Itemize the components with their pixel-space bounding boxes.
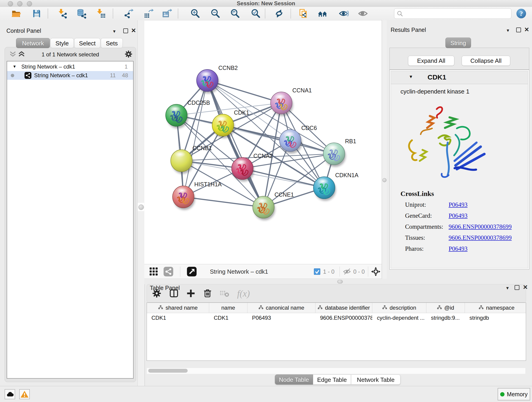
network-node-HIST1H1A[interactable] (172, 186, 195, 210)
crosslink-row: GeneCard:P06493 (405, 212, 524, 219)
splitter-grip[interactable] (382, 178, 386, 182)
column-header-shared-name[interactable]: shared name (147, 303, 209, 313)
network-node-CCNB2[interactable] (196, 70, 219, 94)
collapse-all-button[interactable]: Collapse All (462, 56, 510, 66)
network-node-CDKN1A[interactable] (313, 177, 336, 201)
column-header--id[interactable]: @id (426, 303, 465, 313)
table-cell[interactable]: stringdb (465, 313, 526, 323)
panel-float-icon[interactable] (515, 285, 519, 290)
tab-node-table[interactable]: Node Table (275, 375, 313, 385)
column-header-name[interactable]: name (209, 303, 247, 313)
left-splitter[interactable] (138, 20, 145, 386)
tab-sets[interactable]: Sets (101, 38, 123, 48)
splitter-grip[interactable] (138, 204, 144, 210)
clone-network-button[interactable] (298, 8, 308, 19)
table-cell[interactable]: CDK1 (209, 313, 247, 323)
crosslink-link[interactable]: 9606.ENSP00000378699 (449, 234, 512, 241)
import-network-from-file-button[interactable] (57, 8, 67, 19)
hide-selected-button[interactable] (339, 8, 349, 19)
memory-button[interactable]: Memory (498, 388, 530, 400)
cloud-button[interactable] (5, 389, 15, 399)
crosslink-link[interactable]: P06493 (449, 212, 468, 219)
tree-expand-icon[interactable]: ▼ (13, 62, 17, 71)
selected-checkbox-icon[interactable] (314, 268, 320, 275)
network-view-icon[interactable] (164, 267, 173, 276)
tab-string[interactable]: String (445, 38, 471, 48)
network-edge-ccnb2-hist1h1a[interactable] (183, 80, 207, 197)
search-input[interactable] (404, 9, 510, 18)
save-session-button[interactable] (32, 8, 42, 19)
network-view-title: String Network – cdk1 (210, 264, 268, 279)
import-table-from-file-button[interactable] (96, 8, 106, 19)
table-cell[interactable]: P06493 (247, 313, 316, 323)
zoom-out-button[interactable] (210, 8, 220, 19)
open-session-button[interactable] (11, 8, 21, 19)
crosslink-link[interactable]: 9606.ENSP00000378699 (449, 223, 512, 230)
delete-column-icon[interactable] (203, 288, 212, 298)
network-edge-hist1h1a-ccne1[interactable] (183, 197, 264, 207)
show-all-button[interactable] (358, 8, 368, 19)
table-cell[interactable]: cyclin-dependent ... (372, 313, 426, 323)
zoom-in-button[interactable] (190, 8, 200, 19)
network-canvas[interactable]: CCNB2CCNA1CDC25BCDK1CDC6RB1CCNB1CCNA2CDK… (144, 20, 382, 264)
column-header-description[interactable]: description (372, 303, 426, 313)
panel-menu-icon[interactable]: ▼ (505, 286, 510, 291)
table-row[interactable]: CDK1CDK1P064939606.ENSP00000378699cyclin… (147, 313, 526, 323)
network-collection-row[interactable]: ▼ String Network – cdk1 1 (7, 62, 133, 71)
tab-network[interactable]: Network (16, 38, 50, 48)
network-node-CCNA2[interactable] (232, 157, 254, 182)
column-label: description (389, 305, 416, 311)
network-node-CDC25B[interactable] (166, 104, 188, 128)
tab-style[interactable]: Style (51, 38, 74, 48)
network-node-CCNA1[interactable] (271, 92, 293, 116)
zoom-fit-button[interactable] (230, 8, 240, 19)
expand-all-button[interactable]: Expand All (408, 56, 454, 66)
panel-close-icon[interactable]: ✕ (131, 28, 136, 33)
pan-crosshair-icon[interactable] (371, 267, 380, 276)
panel-menu-icon[interactable]: ▼ (506, 28, 510, 33)
grid-view-icon[interactable] (149, 267, 158, 276)
network-edge-ccnb2-ccne1[interactable] (207, 80, 264, 207)
panel-float-icon[interactable] (516, 27, 521, 32)
network-node-CCNE1[interactable] (253, 196, 275, 220)
table-cell[interactable]: CDK1 (147, 313, 209, 323)
first-neighbors-button[interactable] (317, 8, 328, 19)
panel-close-icon[interactable]: ✕ (524, 27, 529, 32)
crosslink-link[interactable]: P06493 (449, 245, 468, 252)
right-splitter[interactable] (382, 20, 387, 279)
import-network-from-database-button[interactable] (76, 8, 87, 19)
warning-button[interactable] (19, 389, 30, 399)
column-header-namespace[interactable]: namespace (465, 303, 526, 313)
tab-network-table[interactable]: Network Table (351, 375, 400, 385)
entry-collapse-icon[interactable]: ▼ (409, 74, 413, 79)
entry-header[interactable]: ▼ CDK1 (391, 71, 528, 84)
table-cell[interactable]: stringdb:9... (426, 313, 465, 323)
column-header-database-identifier[interactable]: database identifier (316, 303, 372, 313)
export-network-button[interactable] (123, 8, 133, 19)
crosslink-link[interactable]: P06493 (449, 201, 468, 208)
apply-layout-button[interactable] (274, 8, 284, 19)
table-cell[interactable]: 9606.ENSP00000378699 (316, 313, 372, 323)
panel-close-icon[interactable]: ✕ (523, 285, 528, 290)
birdseye-view-icon[interactable] (187, 267, 196, 276)
column-header-canonical-name[interactable]: canonical name (247, 303, 316, 313)
help-button[interactable]: ? (516, 8, 526, 19)
export-table-button[interactable] (143, 8, 153, 19)
zoom-selected-button[interactable] (251, 8, 261, 19)
crosslink-label: Uniprot: (405, 201, 449, 208)
export-image-button[interactable] (162, 8, 172, 19)
tab-edge-table[interactable]: Edge Table (313, 375, 351, 385)
horizontal-splitter[interactable] (144, 279, 532, 284)
network-row-selected[interactable]: String Network – cdk1 11 48 (7, 71, 133, 80)
results-actions-box: Expand All Collapse All (389, 48, 529, 70)
network-node-RB1[interactable] (323, 143, 346, 167)
node-label-HIST1H1A: HIST1H1A (194, 181, 222, 187)
tab-select[interactable]: Select (74, 38, 100, 48)
panel-menu-icon[interactable]: ▼ (112, 29, 116, 34)
network-node-CDK1[interactable] (212, 114, 234, 138)
column-type-icon (382, 305, 387, 311)
gear-icon[interactable] (124, 50, 133, 58)
add-column-icon[interactable] (186, 289, 196, 298)
panel-float-icon[interactable] (123, 28, 128, 33)
splitter-grip[interactable] (337, 280, 343, 283)
